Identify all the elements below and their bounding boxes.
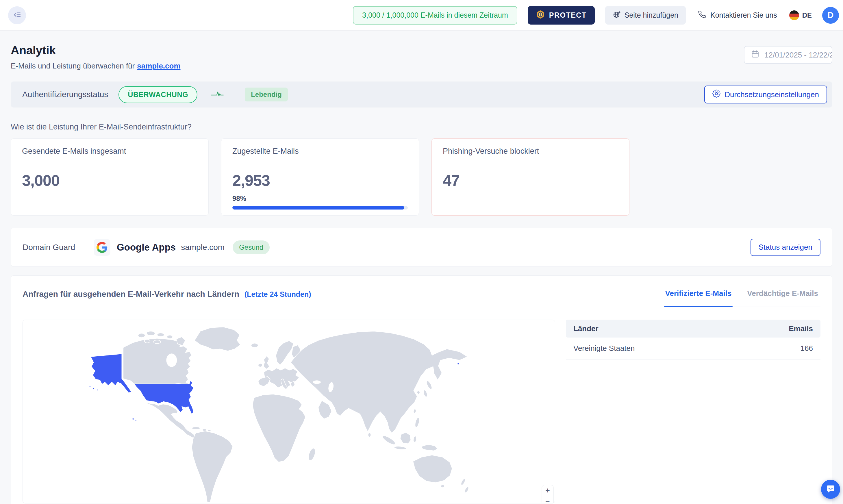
table-row[interactable]: Vereinigte Staaten 166 [566, 338, 821, 360]
world-map[interactable]: + − [22, 320, 555, 503]
avatar-initial: D [828, 11, 834, 20]
stat-card-phishing-blocked: Phishing-Versuche blockiert 47 [431, 139, 629, 216]
delivery-progress-fill [232, 206, 404, 210]
delivery-progress-bar [232, 206, 408, 210]
traffic-title: Anfragen für ausgehenden E-Mail-Verkehr … [22, 290, 239, 299]
analytics-dashboard: 3,000 / 1,000,000 E-Mails in diesem Zeit… [0, 0, 843, 504]
protect-button-label: PROTECT [549, 11, 587, 19]
enforcement-settings-label: Durchsetzungseinstellungen [724, 90, 819, 99]
topbar: 3,000 / 1,000,000 E-Mails in diesem Zeit… [0, 0, 843, 30]
page-subtitle-text: E-Mails und Leistung überwachen für [11, 61, 135, 70]
domain-guard-card: Domain Guard Google Apps sample.com Gesu… [11, 228, 832, 267]
user-avatar[interactable]: D [822, 7, 839, 24]
map-zoom-controls: + − [542, 485, 553, 503]
auth-status-label: Authentifizierungsstatus [22, 90, 108, 99]
country-emails-table: Länder Emails Vereinigte Staaten 166 [566, 320, 821, 503]
view-status-button[interactable]: Status anzeigen [751, 239, 821, 256]
page-subtitle: E-Mails und Leistung überwachen fürsampl… [11, 61, 181, 71]
stat-card-value: 2,953 [232, 172, 408, 189]
row-email-count: 166 [801, 344, 813, 353]
map-zoom-in-button[interactable]: + [542, 485, 553, 496]
language-label: DE [802, 11, 812, 19]
provider-name: Google Apps [117, 242, 176, 253]
main-content: Analytik E-Mails und Leistung überwachen… [0, 43, 843, 504]
row-country: Vereinigte Staaten [573, 344, 635, 353]
column-header-emails: Emails [789, 324, 813, 333]
google-logo-icon [94, 239, 110, 256]
traffic-tabs: Verifizierte E-Mails Verdächtige E-Mails [664, 287, 821, 307]
auth-status-bar: Authentifizierungsstatus ÜBERWACHUNG Leb… [11, 82, 832, 108]
health-badge: Gesund [233, 240, 270, 254]
page-title: Analytik [11, 43, 181, 57]
stat-card-sent: Gesendete E-Mails insgesamt 3,000 [11, 139, 209, 216]
traffic-header: Anfragen für ausgehenden E-Mail-Verkehr … [22, 287, 821, 307]
stat-card-title: Zugestellte E-Mails [221, 139, 419, 163]
chat-bubble-icon [825, 484, 836, 495]
map-zoom-out-button[interactable]: − [542, 496, 553, 503]
protect-button[interactable]: PROTECT [528, 6, 595, 24]
world-map-svg [88, 326, 477, 503]
column-header-country: Länder [573, 324, 598, 333]
globe-plus-icon [613, 11, 621, 20]
phone-icon [698, 11, 706, 20]
monitoring-mode-badge: ÜBERWACHUNG [119, 86, 197, 103]
gear-icon [712, 90, 720, 100]
traffic-time-filter: (Letzte 24 Stunden) [245, 290, 311, 299]
enforcement-settings-button[interactable]: Durchsetzungseinstellungen [704, 86, 827, 104]
tab-verified-emails[interactable]: Verifizierte E-Mails [664, 287, 733, 307]
calendar-icon [751, 50, 759, 60]
provider-domain: sample.com [181, 243, 225, 252]
contact-label: Kontaktieren Sie uns [710, 11, 777, 19]
table-header: Länder Emails [566, 320, 821, 338]
tab-suspicious-emails[interactable]: Verdächtige E-Mails [746, 287, 819, 307]
contact-button[interactable]: Kontaktieren Sie uns [696, 10, 779, 20]
date-range-value: 12/01/2025 - 12/22/202 [765, 51, 832, 59]
traffic-by-country-card: Anfragen für ausgehenden E-Mail-Verkehr … [11, 275, 832, 504]
language-switcher[interactable]: DE [789, 11, 812, 20]
live-status-badge: Lebendig [245, 88, 288, 102]
stat-card-title: Phishing-Versuche blockiert [432, 139, 629, 163]
stat-cards: Gesendete E-Mails insgesamt 3,000 Zugest… [11, 139, 832, 216]
domain-link[interactable]: sample.com [137, 61, 180, 70]
page-header: Analytik E-Mails und Leistung überwachen… [11, 43, 832, 71]
collapse-menu-icon [13, 11, 21, 20]
add-site-label: Seite hinzufügen [625, 11, 678, 19]
stat-card-title: Gesendete E-Mails insgesamt [11, 139, 208, 163]
stat-card-value: 47 [443, 172, 618, 189]
add-site-button[interactable]: Seite hinzufügen [605, 6, 686, 24]
performance-question: Wie ist die Leistung Ihrer E-Mail-Sendei… [11, 123, 832, 131]
date-range-picker[interactable]: 12/01/2025 - 12/22/202 [744, 46, 832, 64]
sidebar-collapse-button[interactable] [8, 6, 26, 24]
stat-card-delivered: Zugestellte E-Mails 2,953 98% [221, 139, 419, 216]
activity-pulse-icon [211, 90, 224, 99]
email-quota-badge: 3,000 / 1,000,000 E-Mails in diesem Zeit… [353, 6, 517, 24]
chat-launcher-button[interactable] [821, 480, 840, 499]
topbar-actions: 3,000 / 1,000,000 E-Mails in diesem Zeit… [353, 6, 839, 24]
delivery-percent-label: 98% [232, 195, 408, 202]
stat-card-value: 3,000 [22, 172, 197, 189]
shield-icon [536, 10, 545, 21]
domain-guard-label: Domain Guard [22, 243, 75, 252]
flag-de-icon [789, 11, 799, 20]
